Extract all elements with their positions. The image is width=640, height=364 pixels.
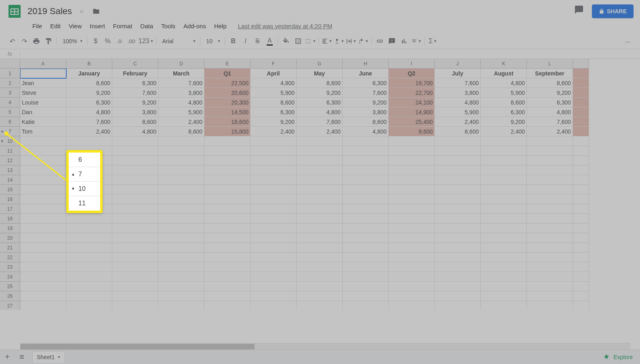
cell[interactable] <box>435 214 481 224</box>
cell[interactable] <box>297 224 343 233</box>
row-header[interactable]: 24 <box>0 272 20 282</box>
cell[interactable] <box>158 291 204 301</box>
cell[interactable] <box>481 233 527 243</box>
cell[interactable] <box>66 301 112 310</box>
cell[interactable]: February <box>112 69 158 78</box>
cell[interactable]: 4,800 <box>158 98 204 107</box>
cell[interactable] <box>527 262 573 272</box>
undo-button[interactable]: ↶ <box>6 36 18 46</box>
cell[interactable]: January <box>66 69 112 78</box>
cell[interactable] <box>343 195 389 204</box>
cell[interactable] <box>297 262 343 272</box>
cell[interactable] <box>20 253 66 262</box>
cell[interactable] <box>158 165 204 175</box>
cell[interactable] <box>251 204 297 214</box>
cell[interactable] <box>20 146 66 156</box>
cell[interactable] <box>389 224 435 233</box>
cell[interactable]: 3,800 <box>158 88 204 98</box>
row-header[interactable]: 20 <box>0 233 20 243</box>
cell[interactable] <box>20 156 66 165</box>
cell[interactable] <box>527 224 573 233</box>
cell[interactable] <box>251 272 297 282</box>
cell[interactable] <box>297 233 343 243</box>
cell[interactable]: 22,700 <box>389 88 435 98</box>
menu-insert[interactable]: Insert <box>86 21 108 31</box>
cell[interactable] <box>251 146 297 156</box>
cell[interactable]: 5,900 <box>251 88 297 98</box>
cell[interactable]: 7,600 <box>297 117 343 127</box>
cell[interactable] <box>112 214 158 224</box>
row-header[interactable]: 4 <box>0 98 20 107</box>
cell[interactable] <box>112 156 158 165</box>
cell[interactable] <box>389 185 435 195</box>
cell[interactable] <box>251 301 297 310</box>
cell[interactable] <box>112 136 158 146</box>
cell[interactable] <box>573 78 589 88</box>
all-sheets-button[interactable]: ≡ <box>15 350 29 364</box>
cell[interactable] <box>527 136 573 146</box>
cell[interactable] <box>297 291 343 301</box>
cell[interactable]: 7,600 <box>343 88 389 98</box>
fontsize-select[interactable]: 10▼ <box>203 38 222 44</box>
cell[interactable] <box>158 195 204 204</box>
cell[interactable] <box>435 165 481 175</box>
col-header[interactable]: I <box>389 59 435 69</box>
cell[interactable] <box>204 195 251 204</box>
cell[interactable] <box>435 301 481 310</box>
functions-button[interactable]: Σ▼ <box>427 36 438 46</box>
cell[interactable] <box>527 185 573 195</box>
cell[interactable]: 6,300 <box>66 98 112 107</box>
cell[interactable] <box>158 233 204 243</box>
cell[interactable] <box>66 224 112 233</box>
cell[interactable] <box>112 146 158 156</box>
explore-button[interactable]: Explore <box>595 353 640 361</box>
col-header[interactable]: G <box>297 59 343 69</box>
cell[interactable]: 14,500 <box>204 107 251 117</box>
folder-icon[interactable] <box>91 6 101 16</box>
menu-format[interactable]: Format <box>110 21 136 31</box>
cell[interactable] <box>204 156 251 165</box>
cell[interactable] <box>297 243 343 253</box>
cell[interactable] <box>251 136 297 146</box>
cell[interactable] <box>435 272 481 282</box>
cell[interactable]: 2,400 <box>251 127 297 136</box>
italic-button[interactable]: I <box>240 36 251 46</box>
currency-button[interactable]: $ <box>90 36 101 46</box>
cell[interactable] <box>251 291 297 301</box>
cell[interactable]: 14,900 <box>389 107 435 117</box>
cell[interactable] <box>343 301 389 310</box>
col-header[interactable]: C <box>112 59 158 69</box>
menu-add-ons[interactable]: Add-ons <box>180 21 209 31</box>
cell[interactable] <box>112 165 158 175</box>
cell[interactable]: 4,800 <box>435 98 481 107</box>
cell[interactable] <box>389 262 435 272</box>
cell[interactable]: Jean <box>20 78 66 88</box>
cell[interactable] <box>481 291 527 301</box>
cell[interactable]: 4,800 <box>112 127 158 136</box>
cell[interactable] <box>481 156 527 165</box>
cell[interactable] <box>20 301 66 310</box>
select-all-corner[interactable] <box>0 59 20 69</box>
cell[interactable] <box>204 165 251 175</box>
cell[interactable]: 6,300 <box>343 78 389 88</box>
cell[interactable] <box>112 243 158 253</box>
unhide-down-icon[interactable]: ▼ <box>0 136 4 146</box>
star-icon[interactable]: ☆ <box>77 6 86 16</box>
last-edit[interactable]: Last edit was yesterday at 4:20 PM <box>238 23 332 29</box>
cell[interactable] <box>251 195 297 204</box>
cell[interactable]: 6,300 <box>481 107 527 117</box>
cell[interactable] <box>158 253 204 262</box>
cell[interactable] <box>204 175 251 185</box>
row-header[interactable]: 23 <box>0 262 20 272</box>
cell[interactable] <box>204 253 251 262</box>
cell[interactable] <box>389 291 435 301</box>
cell[interactable] <box>573 117 589 127</box>
cell[interactable] <box>481 243 527 253</box>
cell[interactable] <box>573 146 589 156</box>
link-button[interactable] <box>374 36 385 46</box>
cell[interactable] <box>158 185 204 195</box>
cell[interactable] <box>112 195 158 204</box>
cell[interactable] <box>251 175 297 185</box>
cell[interactable]: 5,900 <box>435 107 481 117</box>
cell[interactable]: 2,400 <box>158 117 204 127</box>
